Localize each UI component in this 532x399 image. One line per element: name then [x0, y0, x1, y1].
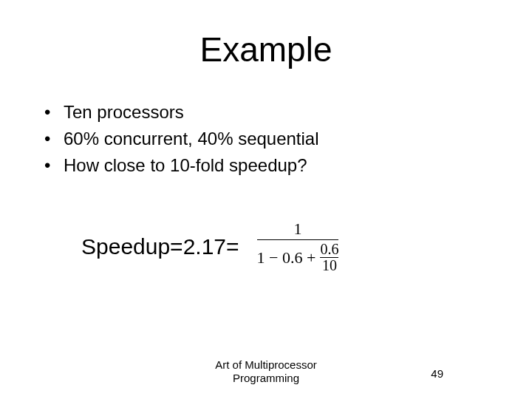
footer-text: Art of Multiprocessor Programming [215, 358, 317, 386]
bullet-item: Ten processors [44, 99, 532, 126]
speedup-label: Speedup=2.17= [81, 234, 239, 259]
page-number: 49 [431, 367, 443, 380]
inner-frac-bottom: 10 [322, 258, 337, 273]
formula-denominator: 1 − 0.6 + 0.6 10 [257, 240, 339, 273]
bullet-item: 60% concurrent, 40% sequential [44, 126, 532, 152]
slide-title: Example [0, 30, 532, 69]
formula-numerator: 1 [289, 219, 306, 239]
bullet-list: Ten processors 60% concurrent, 40% seque… [44, 99, 532, 179]
bullet-item: How close to 10-fold speedup? [44, 152, 532, 179]
denom-left: 1 − 0.6 + [257, 248, 316, 267]
footer-line2: Programming [233, 372, 299, 384]
footer-line1: Art of Multiprocessor [215, 358, 317, 371]
inner-frac-top: 0.6 [320, 242, 338, 257]
formula: 1 1 − 0.6 + 0.6 10 [257, 219, 339, 273]
footer: Art of Multiprocessor Programming [0, 358, 532, 386]
inner-fraction: 0.6 10 [320, 242, 338, 273]
speedup-row: Speedup=2.17= 1 1 − 0.6 + 0.6 10 [81, 219, 532, 273]
